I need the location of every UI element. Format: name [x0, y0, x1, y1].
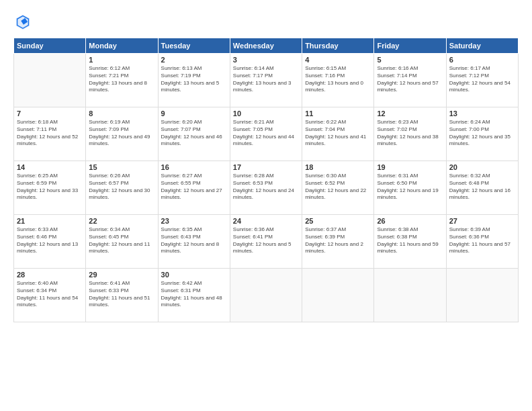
cell-info: Sunrise: 6:34 AM Sunset: 6:45 PM Dayligh… [89, 226, 154, 255]
day-number: 8 [89, 109, 154, 118]
day-number: 5 [377, 56, 443, 64]
cell-info: Sunrise: 6:32 AM Sunset: 6:48 PM Dayligh… [449, 173, 515, 201]
day-number: 9 [161, 109, 227, 118]
day-number: 24 [233, 217, 299, 225]
calendar-cell: 8Sunrise: 6:19 AM Sunset: 7:09 PM Daylig… [86, 107, 158, 161]
calendar-cell: 25Sunrise: 6:37 AM Sunset: 6:39 PM Dayli… [302, 215, 374, 269]
cell-info: Sunrise: 6:36 AM Sunset: 6:41 PM Dayligh… [233, 226, 299, 255]
calendar-cell: 24Sunrise: 6:36 AM Sunset: 6:41 PM Dayli… [230, 215, 302, 269]
cell-info: Sunrise: 6:16 AM Sunset: 7:14 PM Dayligh… [377, 65, 443, 94]
calendar-week-3: 21Sunrise: 6:33 AM Sunset: 6:46 PM Dayli… [14, 215, 519, 269]
col-header-monday: Monday [86, 38, 158, 54]
calendar-cell: 6Sunrise: 6:17 AM Sunset: 7:12 PM Daylig… [446, 54, 518, 107]
calendar-cell [230, 269, 302, 322]
cell-info: Sunrise: 6:17 AM Sunset: 7:12 PM Dayligh… [449, 65, 515, 94]
calendar-cell: 16Sunrise: 6:27 AM Sunset: 6:55 PM Dayli… [158, 161, 230, 215]
calendar-cell: 7Sunrise: 6:18 AM Sunset: 7:11 PM Daylig… [14, 107, 86, 161]
calendar-cell [14, 54, 86, 107]
cell-info: Sunrise: 6:27 AM Sunset: 6:55 PM Dayligh… [161, 173, 227, 201]
day-number: 20 [449, 163, 515, 171]
day-number: 21 [17, 217, 83, 225]
calendar-cell: 5Sunrise: 6:16 AM Sunset: 7:14 PM Daylig… [374, 54, 446, 107]
day-number: 26 [377, 217, 443, 225]
calendar-week-0: 1Sunrise: 6:12 AM Sunset: 7:21 PM Daylig… [14, 54, 519, 107]
calendar-cell: 23Sunrise: 6:35 AM Sunset: 6:43 PM Dayli… [158, 215, 230, 269]
calendar-week-4: 28Sunrise: 6:40 AM Sunset: 6:34 PM Dayli… [14, 269, 519, 322]
calendar-week-1: 7Sunrise: 6:18 AM Sunset: 7:11 PM Daylig… [14, 107, 519, 161]
cell-info: Sunrise: 6:18 AM Sunset: 7:11 PM Dayligh… [17, 119, 83, 148]
day-number: 2 [161, 56, 227, 64]
day-number: 29 [89, 271, 154, 279]
calendar-cell: 3Sunrise: 6:14 AM Sunset: 7:17 PM Daylig… [230, 54, 302, 107]
calendar-table: SundayMondayTuesdayWednesdayThursdayFrid… [13, 38, 519, 322]
calendar-cell: 13Sunrise: 6:24 AM Sunset: 7:00 PM Dayli… [446, 107, 518, 161]
cell-info: Sunrise: 6:24 AM Sunset: 7:00 PM Dayligh… [449, 119, 515, 148]
calendar-cell: 17Sunrise: 6:28 AM Sunset: 6:53 PM Dayli… [230, 161, 302, 215]
calendar-cell: 15Sunrise: 6:26 AM Sunset: 6:57 PM Dayli… [86, 161, 158, 215]
day-number: 11 [305, 109, 371, 118]
col-header-thursday: Thursday [302, 38, 374, 54]
calendar-cell: 20Sunrise: 6:32 AM Sunset: 6:48 PM Dayli… [446, 161, 518, 215]
cell-info: Sunrise: 6:42 AM Sunset: 6:31 PM Dayligh… [161, 280, 227, 309]
cell-info: Sunrise: 6:19 AM Sunset: 7:09 PM Dayligh… [89, 119, 154, 148]
col-header-tuesday: Tuesday [158, 38, 230, 54]
calendar-cell: 14Sunrise: 6:25 AM Sunset: 6:59 PM Dayli… [14, 161, 86, 215]
col-header-friday: Friday [374, 38, 446, 54]
cell-info: Sunrise: 6:20 AM Sunset: 7:07 PM Dayligh… [161, 119, 227, 148]
cell-info: Sunrise: 6:41 AM Sunset: 6:33 PM Dayligh… [89, 280, 154, 309]
cell-info: Sunrise: 6:35 AM Sunset: 6:43 PM Dayligh… [161, 226, 227, 255]
calendar-cell [446, 269, 518, 322]
calendar-cell: 19Sunrise: 6:31 AM Sunset: 6:50 PM Dayli… [374, 161, 446, 215]
cell-info: Sunrise: 6:28 AM Sunset: 6:53 PM Dayligh… [233, 173, 299, 201]
calendar-cell: 4Sunrise: 6:15 AM Sunset: 7:16 PM Daylig… [302, 54, 374, 107]
calendar-cell [302, 269, 374, 322]
cell-info: Sunrise: 6:25 AM Sunset: 6:59 PM Dayligh… [17, 173, 83, 201]
calendar-cell: 18Sunrise: 6:30 AM Sunset: 6:52 PM Dayli… [302, 161, 374, 215]
calendar-cell: 22Sunrise: 6:34 AM Sunset: 6:45 PM Dayli… [86, 215, 158, 269]
day-number: 7 [17, 109, 83, 118]
day-number: 30 [161, 271, 227, 279]
calendar-cell [374, 269, 446, 322]
calendar-cell: 26Sunrise: 6:38 AM Sunset: 6:38 PM Dayli… [374, 215, 446, 269]
calendar-cell: 28Sunrise: 6:40 AM Sunset: 6:34 PM Dayli… [14, 269, 86, 322]
cell-info: Sunrise: 6:33 AM Sunset: 6:46 PM Dayligh… [17, 226, 83, 255]
cell-info: Sunrise: 6:37 AM Sunset: 6:39 PM Dayligh… [305, 226, 371, 255]
cell-info: Sunrise: 6:23 AM Sunset: 7:02 PM Dayligh… [377, 119, 443, 148]
cell-info: Sunrise: 6:31 AM Sunset: 6:50 PM Dayligh… [377, 173, 443, 201]
page: SundayMondayTuesdayWednesdayThursdayFrid… [0, 0, 532, 411]
day-number: 14 [17, 163, 83, 171]
calendar-cell: 9Sunrise: 6:20 AM Sunset: 7:07 PM Daylig… [158, 107, 230, 161]
cell-info: Sunrise: 6:38 AM Sunset: 6:38 PM Dayligh… [377, 226, 443, 255]
cell-info: Sunrise: 6:26 AM Sunset: 6:57 PM Dayligh… [89, 173, 154, 201]
header [13, 12, 519, 31]
cell-info: Sunrise: 6:21 AM Sunset: 7:05 PM Dayligh… [233, 119, 299, 148]
day-number: 10 [233, 109, 299, 118]
cell-info: Sunrise: 6:12 AM Sunset: 7:21 PM Dayligh… [89, 65, 154, 94]
day-number: 12 [377, 109, 443, 118]
calendar-header-row: SundayMondayTuesdayWednesdayThursdayFrid… [14, 38, 519, 54]
calendar-cell: 29Sunrise: 6:41 AM Sunset: 6:33 PM Dayli… [86, 269, 158, 322]
calendar-cell: 11Sunrise: 6:22 AM Sunset: 7:04 PM Dayli… [302, 107, 374, 161]
calendar-cell: 1Sunrise: 6:12 AM Sunset: 7:21 PM Daylig… [86, 54, 158, 107]
cell-info: Sunrise: 6:40 AM Sunset: 6:34 PM Dayligh… [17, 280, 83, 309]
calendar-week-2: 14Sunrise: 6:25 AM Sunset: 6:59 PM Dayli… [14, 161, 519, 215]
calendar-cell: 12Sunrise: 6:23 AM Sunset: 7:02 PM Dayli… [374, 107, 446, 161]
day-number: 27 [449, 217, 515, 225]
calendar-cell: 10Sunrise: 6:21 AM Sunset: 7:05 PM Dayli… [230, 107, 302, 161]
col-header-wednesday: Wednesday [230, 38, 302, 54]
day-number: 15 [89, 163, 154, 171]
day-number: 13 [449, 109, 515, 118]
calendar-cell: 21Sunrise: 6:33 AM Sunset: 6:46 PM Dayli… [14, 215, 86, 269]
day-number: 28 [17, 271, 83, 279]
cell-info: Sunrise: 6:39 AM Sunset: 6:36 PM Dayligh… [449, 226, 515, 255]
calendar-cell: 2Sunrise: 6:13 AM Sunset: 7:19 PM Daylig… [158, 54, 230, 107]
day-number: 18 [305, 163, 371, 171]
day-number: 25 [305, 217, 371, 225]
day-number: 4 [305, 56, 371, 64]
day-number: 19 [377, 163, 443, 171]
cell-info: Sunrise: 6:14 AM Sunset: 7:17 PM Dayligh… [233, 65, 299, 94]
day-number: 22 [89, 217, 154, 225]
col-header-saturday: Saturday [446, 38, 518, 54]
day-number: 17 [233, 163, 299, 171]
calendar-cell: 30Sunrise: 6:42 AM Sunset: 6:31 PM Dayli… [158, 269, 230, 322]
